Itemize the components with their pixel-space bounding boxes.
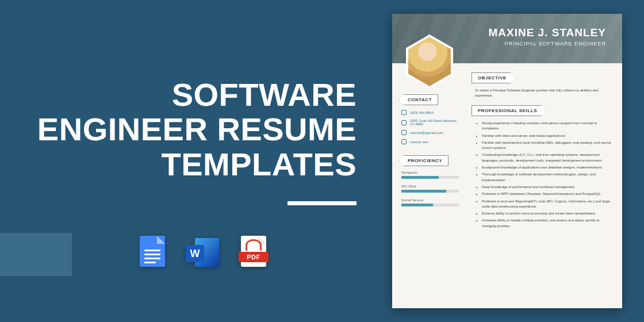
contact-value: 3301 Cook Hill Road Westport, CT 6880 (410, 119, 461, 126)
resume-body: CONTACT (203) 454-88103301 Cook Hill Roa… (392, 63, 622, 308)
contact-icon (401, 110, 407, 115)
skill-item: Immense ability to handle multiple prior… (482, 218, 613, 229)
skill-item: Strong experience in leading complex mul… (482, 121, 613, 132)
proficiency-row: Social Service (399, 198, 461, 206)
pdf-label: PDF (239, 252, 269, 262)
proficiency-list: NavigationMS OfficeSocial Service (399, 171, 461, 206)
contact-row: maxine.com (399, 139, 461, 144)
skill-item: Thorough knowledge of software developme… (482, 172, 613, 183)
headline: SOFTWARE ENGINEER RESUME TEMPLATES (37, 78, 356, 182)
headline-line-2: ENGINEER RESUME (37, 112, 356, 147)
contact-value: (203) 454-8810 (410, 111, 434, 114)
skill-item: Proficient in end-user Reporting/ETL too… (482, 199, 613, 210)
headline-line-3: TEMPLATES (37, 147, 356, 182)
contact-icon (401, 130, 407, 135)
contact-row: 3301 Cook Hill Road Westport, CT 6880 (399, 119, 461, 126)
word-letter: W (186, 245, 204, 262)
objective-text: To obtain a Principal Software Engineer … (471, 88, 615, 104)
skill-item: Deep knowledge of performance and worklo… (482, 185, 613, 190)
skill-item: Proficient in MPP databases (Teradata, N… (482, 191, 613, 197)
resume-right-column: OBJECTIVE To obtain a Principal Software… (467, 63, 615, 231)
resume-photo (408, 37, 451, 86)
skill-item: Extreme ability to perform word processi… (482, 211, 613, 216)
google-docs-icon (135, 236, 170, 270)
proficiency-bar (401, 176, 459, 179)
contact-value: maxine.com (410, 140, 428, 144)
skill-item: Familiar with client and server, web-bas… (482, 133, 613, 139)
resume-name: MAXINE J. STANLEY (392, 26, 606, 39)
contact-row: maxine@pqrmail.com (399, 130, 461, 135)
skills-heading: PROFESSIONAL SKILLS (471, 105, 546, 116)
skill-item: Familiar with development tools includin… (482, 140, 613, 151)
skill-item: Outstanding knowledge of C, C++, real-ti… (482, 152, 613, 163)
contact-value: maxine@pqrmail.com (410, 131, 443, 135)
contact-row: (203) 454-8810 (399, 110, 461, 115)
skill-item: Exceptional knowledge of applications an… (482, 165, 613, 170)
proficiency-heading: PROFICIENCY (399, 155, 448, 166)
ms-word-icon: W (186, 236, 220, 270)
proficiency-label: Social Service (401, 198, 461, 202)
pdf-icon: PDF (236, 236, 271, 270)
contact-icon (401, 120, 407, 125)
contact-heading: CONTACT (399, 94, 438, 105)
headline-line-1: SOFTWARE (37, 78, 356, 112)
objective-heading: OBJECTIVE (471, 72, 515, 83)
proficiency-row: MS Office (399, 185, 461, 193)
proficiency-bar (401, 204, 459, 206)
format-icons: W PDF (135, 236, 271, 270)
headline-underline (288, 201, 356, 205)
proficiency-row: Navigation (399, 171, 461, 179)
contact-list: (203) 454-88103301 Cook Hill Road Westpo… (399, 110, 461, 144)
proficiency-bar (401, 190, 459, 193)
proficiency-label: MS Office (401, 185, 461, 188)
skills-list: Strong experience in leading complex mul… (471, 121, 615, 229)
proficiency-label: Navigation (401, 171, 461, 174)
contact-icon (401, 139, 407, 144)
accent-bar (0, 233, 72, 276)
resume-preview: MAXINE J. STANLEY PRINCIPAL SOFTWARE ENG… (392, 14, 622, 308)
banner-left: SOFTWARE ENGINEER RESUME TEMPLATES W PDF (0, 0, 379, 322)
